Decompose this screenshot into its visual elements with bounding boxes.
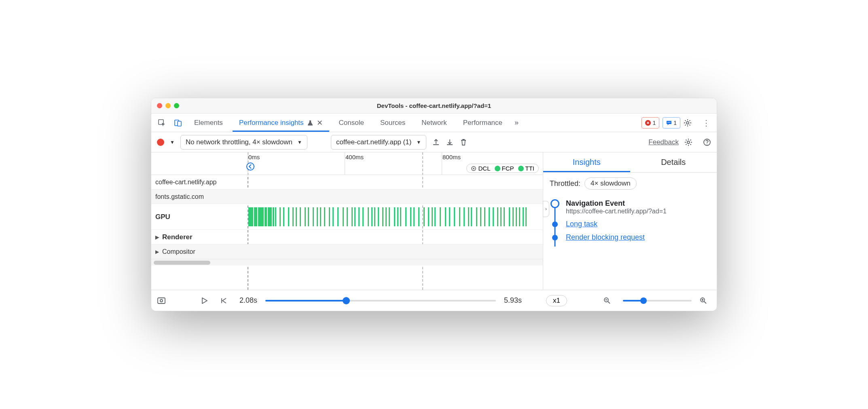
tab-sources[interactable]: Sources bbox=[374, 114, 412, 132]
playback-slider[interactable] bbox=[265, 300, 496, 301]
start-time-label: 2.08s bbox=[239, 296, 257, 305]
end-time-label: 5.93s bbox=[504, 296, 522, 305]
insight-render-blocking[interactable]: Render blocking request bbox=[546, 231, 717, 244]
zoom-window-button[interactable] bbox=[174, 103, 179, 108]
tab-console[interactable]: Console bbox=[332, 114, 370, 132]
play-button[interactable] bbox=[201, 297, 212, 304]
tab-performance[interactable]: Performance bbox=[457, 114, 509, 132]
zoom-out-button[interactable] bbox=[603, 297, 615, 304]
more-tabs-icon[interactable]: » bbox=[512, 118, 521, 127]
preview-toggle-icon[interactable] bbox=[157, 296, 168, 305]
throttled-info: Throttled: 4× slowdown bbox=[543, 173, 717, 194]
timeline-node-icon bbox=[552, 221, 558, 227]
error-icon bbox=[645, 120, 651, 126]
tick-label: 0ms bbox=[248, 154, 260, 160]
more-menu-icon[interactable]: ⋮ bbox=[700, 118, 713, 128]
panel-tabbar: Elements Performance insights ✕ Console … bbox=[151, 114, 717, 132]
dot-icon bbox=[495, 166, 500, 171]
marker-legend: DCL FCP TTI bbox=[466, 164, 539, 173]
tab-details[interactable]: Details bbox=[630, 152, 717, 172]
import-icon[interactable] bbox=[446, 138, 454, 146]
dot-icon bbox=[518, 166, 524, 171]
gpu-activity-bars bbox=[248, 207, 541, 226]
renderer-track[interactable]: ▶ Renderer bbox=[151, 230, 543, 245]
help-icon[interactable] bbox=[703, 138, 711, 146]
export-icon[interactable] bbox=[432, 138, 440, 146]
insights-timeline: Navigation Event https://coffee-cart.net… bbox=[543, 194, 717, 247]
recording-select[interactable]: coffee-cart.netlify.app (1) ▼ bbox=[331, 135, 426, 150]
expand-icon[interactable]: ▶ bbox=[155, 249, 159, 255]
timeline-panel: 0ms 400ms 800ms DCL FCP bbox=[151, 152, 543, 290]
tick-label: 800ms bbox=[442, 154, 461, 160]
close-window-button[interactable] bbox=[157, 103, 162, 108]
playback-footer: 2.08s 5.93s x1 bbox=[151, 290, 717, 311]
minimize-window-button[interactable] bbox=[165, 103, 171, 108]
close-tab-icon[interactable]: ✕ bbox=[317, 118, 323, 127]
devtools-window: DevTools - coffee-cart.netlify.app/?ad=1… bbox=[151, 98, 717, 311]
svg-point-14 bbox=[160, 299, 163, 302]
insights-tabs: Insights Details bbox=[543, 152, 717, 173]
titlebar: DevTools - coffee-cart.netlify.app/?ad=1 bbox=[151, 98, 717, 114]
record-options-dropdown[interactable]: ▼ bbox=[170, 139, 175, 145]
tab-elements[interactable]: Elements bbox=[188, 114, 229, 132]
svg-rect-5 bbox=[667, 122, 671, 122]
chevron-down-icon: ▼ bbox=[297, 139, 302, 145]
zoom-slider[interactable] bbox=[623, 300, 692, 301]
tab-network[interactable]: Network bbox=[415, 114, 453, 132]
timeline-node-icon bbox=[552, 235, 558, 240]
zoom-in-button[interactable] bbox=[700, 297, 711, 304]
gpu-track[interactable]: GPU bbox=[151, 204, 543, 230]
insights-sidebar: › Insights Details Throttled: 4× slowdow… bbox=[543, 152, 717, 290]
nav-start-marker-icon[interactable] bbox=[246, 162, 255, 171]
throttling-select[interactable]: No network throttling, 4× slowdown ▼ bbox=[180, 135, 307, 150]
collapse-sidebar-button[interactable]: › bbox=[543, 201, 549, 217]
svg-point-9 bbox=[707, 143, 707, 144]
expand-icon[interactable]: ▶ bbox=[155, 234, 159, 240]
device-toolbar-icon[interactable] bbox=[171, 116, 184, 129]
svg-point-7 bbox=[687, 141, 690, 143]
slider-knob[interactable] bbox=[343, 297, 350, 304]
svg-point-12 bbox=[473, 168, 474, 169]
compositor-track[interactable]: ▶ Compositor bbox=[151, 245, 543, 259]
insight-nav-event[interactable]: Navigation Event https://coffee-cart.net… bbox=[546, 197, 717, 217]
network-track-row[interactable]: coffee-cart.netlify.app bbox=[151, 175, 543, 190]
feedback-link[interactable]: Feedback bbox=[648, 138, 679, 146]
inspect-element-icon[interactable] bbox=[155, 116, 168, 129]
marker-tti: TTI bbox=[518, 165, 535, 172]
skip-back-button[interactable] bbox=[220, 297, 231, 304]
time-ruler[interactable]: 0ms 400ms 800ms DCL FCP bbox=[151, 152, 543, 175]
error-badge[interactable]: 1 bbox=[641, 117, 659, 129]
settings-icon[interactable] bbox=[684, 119, 697, 127]
svg-point-6 bbox=[686, 122, 689, 124]
svg-rect-2 bbox=[178, 121, 181, 126]
throttle-chip[interactable]: 4× slowdown bbox=[584, 177, 637, 190]
horizontal-scrollbar[interactable] bbox=[151, 259, 543, 266]
panel-settings-icon[interactable] bbox=[684, 138, 697, 146]
tab-performance-insights[interactable]: Performance insights ✕ bbox=[233, 114, 329, 132]
perf-insights-toolbar: ▼ No network throttling, 4× slowdown ▼ c… bbox=[151, 132, 717, 152]
traffic-lights bbox=[157, 103, 179, 108]
tab-insights[interactable]: Insights bbox=[543, 152, 630, 172]
svg-rect-13 bbox=[158, 298, 165, 304]
marker-fcp: FCP bbox=[495, 165, 514, 172]
dcl-icon bbox=[471, 166, 476, 171]
tick-label: 400ms bbox=[345, 154, 364, 160]
delete-icon[interactable] bbox=[459, 138, 468, 146]
slider-knob[interactable] bbox=[640, 297, 647, 304]
timeline-node-icon bbox=[550, 199, 559, 208]
playback-speed-button[interactable]: x1 bbox=[546, 295, 567, 306]
flask-icon bbox=[307, 120, 313, 126]
scrollbar-thumb[interactable] bbox=[154, 261, 210, 265]
marker-dcl: DCL bbox=[471, 165, 490, 172]
main-content: 0ms 400ms 800ms DCL FCP bbox=[151, 152, 717, 290]
message-icon bbox=[666, 120, 672, 126]
record-button[interactable] bbox=[157, 139, 164, 146]
window-title: DevTools - coffee-cart.netlify.app/?ad=1 bbox=[151, 102, 717, 109]
insight-long-task[interactable]: Long task bbox=[546, 217, 717, 231]
chevron-down-icon: ▼ bbox=[416, 139, 421, 145]
network-track-row[interactable]: fonts.gstatic.com bbox=[151, 190, 543, 204]
svg-point-10 bbox=[247, 163, 254, 170]
message-badge[interactable]: 1 bbox=[663, 117, 680, 129]
